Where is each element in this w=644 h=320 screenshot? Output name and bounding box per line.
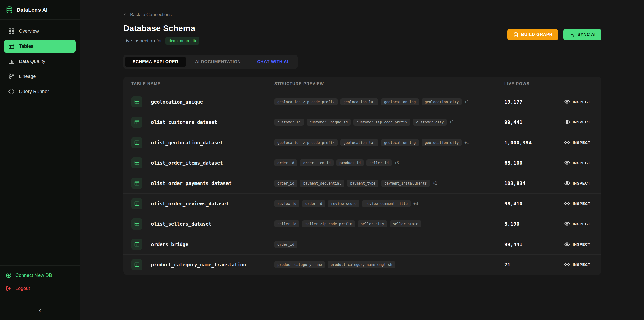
- build-graph-label: BUILD GRAPH: [521, 32, 553, 37]
- table-name: olist_geolocation_dataset: [144, 140, 274, 145]
- column-tag: seller_id: [366, 159, 392, 166]
- eye-icon: [564, 119, 570, 125]
- schema-table-card: TABLE NAME STRUCTURE PREVIEW LIVE ROWS g…: [123, 77, 601, 275]
- table-name: olist_sellers_dataset: [144, 221, 274, 227]
- live-rows-count: 19,177: [504, 99, 552, 105]
- column-tag: review_score: [328, 200, 359, 207]
- eye-icon: [564, 140, 570, 145]
- inspect-label: INSPECT: [573, 100, 590, 104]
- column-tag: customer_zip_code_prefix: [353, 119, 410, 126]
- table-name: olist_order_payments_dataset: [144, 180, 274, 186]
- branch-icon: [8, 73, 15, 80]
- more-columns-indicator: +1: [464, 100, 469, 104]
- table-glyph-icon: [131, 157, 142, 168]
- brand: DataLens AI: [0, 0, 80, 20]
- sync-ai-label: SYNC AI: [577, 32, 596, 37]
- grid-icon: [8, 28, 15, 34]
- live-rows-count: 103,834: [504, 180, 552, 186]
- live-rows-count: 71: [504, 262, 552, 268]
- inspect-label: INSPECT: [573, 201, 590, 206]
- plus-circle-icon: [6, 272, 12, 278]
- column-tag: geolocation_city: [422, 98, 462, 105]
- column-tag: seller_city: [358, 220, 387, 227]
- inspect-button[interactable]: INSPECT: [564, 99, 590, 105]
- sidebar-nav: Overview Tables Data Quality Lineage Que…: [0, 20, 80, 98]
- sidebar-collapse-button[interactable]: ‹: [39, 307, 41, 314]
- live-rows-count: 63,100: [504, 160, 552, 166]
- more-columns-indicator: +1: [433, 181, 437, 186]
- tab-schema-explorer[interactable]: SCHEMA EXPLORER: [125, 57, 186, 67]
- table-row: product_category_name_translation produc…: [123, 254, 601, 275]
- build-graph-button[interactable]: BUILD GRAPH: [507, 29, 558, 40]
- inspect-label: INSPECT: [573, 262, 590, 267]
- sidebar: DataLens AI Overview Tables Data Quality…: [0, 0, 80, 320]
- inspect-button[interactable]: INSPECT: [564, 221, 590, 227]
- tab-bar: SCHEMA EXPLORER AI DOCUMENTATION CHAT WI…: [123, 55, 298, 69]
- sidebar-item-lineage[interactable]: Lineage: [4, 70, 76, 83]
- column-tag: geolocation_lng: [381, 98, 419, 105]
- header-actions: BUILD GRAPH SYNC AI: [507, 29, 601, 40]
- structure-preview: order_id: [274, 241, 504, 248]
- connect-new-db-button[interactable]: Connect New DB: [6, 272, 74, 278]
- code-icon: [8, 88, 15, 95]
- main-content: Back to Connections Database Schema Live…: [80, 0, 644, 320]
- inspect-button[interactable]: INSPECT: [564, 241, 590, 247]
- inspect-label: INSPECT: [573, 140, 590, 145]
- tab-chat-with-ai[interactable]: CHAT WITH AI: [250, 57, 296, 67]
- table-glyph-icon: [131, 137, 142, 148]
- inspect-button[interactable]: INSPECT: [564, 180, 590, 186]
- logout-label: Logout: [15, 286, 30, 291]
- more-columns-indicator: +1: [464, 140, 469, 145]
- inspect-button[interactable]: INSPECT: [564, 119, 590, 125]
- connect-new-db-label: Connect New DB: [15, 272, 52, 278]
- column-tag: geolocation_lat: [340, 139, 378, 146]
- table-glyph-icon: [131, 178, 142, 189]
- structure-preview: order_idorder_item_idproduct_idseller_id…: [274, 159, 504, 166]
- sidebar-item-data-quality[interactable]: Data Quality: [4, 55, 76, 68]
- table-name: geolocation_unique: [144, 99, 274, 105]
- table-name: orders_bridge: [144, 242, 274, 247]
- structure-preview: customer_idcustomer_unique_idcustomer_zi…: [274, 119, 504, 126]
- table-name: product_category_name_translation: [144, 262, 274, 267]
- column-tag: geolocation_zip_code_prefix: [274, 139, 338, 146]
- bar-chart-icon: [8, 58, 15, 65]
- column-tag: seller_id: [274, 220, 299, 227]
- back-link-label: Back to Connections: [130, 12, 172, 17]
- subtitle-text: Live inspection for: [123, 38, 162, 44]
- column-tag: order_id: [302, 200, 325, 207]
- more-columns-indicator: +3: [413, 201, 418, 206]
- inspect-label: INSPECT: [573, 222, 590, 226]
- column-header-table-name: TABLE NAME: [131, 82, 274, 86]
- column-tag: order_id: [274, 241, 297, 248]
- column-tag: order_id: [274, 159, 297, 166]
- table-name: olist_customers_dataset: [144, 119, 274, 125]
- logout-button[interactable]: Logout: [6, 285, 74, 291]
- back-to-connections-link[interactable]: Back to Connections: [123, 12, 172, 17]
- column-tag: product_id: [336, 159, 364, 166]
- inspect-button[interactable]: INSPECT: [564, 140, 590, 145]
- table-row: olist_order_reviews_dataset review_idord…: [123, 193, 601, 214]
- sidebar-item-overview[interactable]: Overview: [4, 25, 76, 38]
- column-tag: product_category_name: [274, 261, 325, 268]
- table-row: geolocation_unique geolocation_zip_code_…: [123, 92, 601, 112]
- eye-icon: [564, 201, 570, 206]
- inspect-label: INSPECT: [573, 181, 590, 185]
- arrow-left-icon: [123, 13, 128, 17]
- tab-ai-documentation[interactable]: AI DOCUMENTATION: [187, 57, 248, 67]
- column-tag: geolocation_lat: [340, 98, 378, 105]
- table-glyph-icon: [131, 218, 142, 230]
- sidebar-item-query-runner[interactable]: Query Runner: [4, 85, 76, 98]
- column-tag: payment_type: [347, 180, 378, 187]
- inspect-button[interactable]: INSPECT: [564, 160, 590, 166]
- column-tag: order_item_id: [300, 159, 334, 166]
- structure-preview: geolocation_zip_code_prefixgeolocation_l…: [274, 98, 504, 105]
- more-columns-indicator: +3: [394, 161, 399, 165]
- inspect-button[interactable]: INSPECT: [564, 201, 590, 206]
- sidebar-item-tables[interactable]: Tables: [4, 40, 76, 53]
- table-name: olist_order_items_dataset: [144, 160, 274, 166]
- eye-icon: [564, 180, 570, 186]
- inspect-button[interactable]: INSPECT: [564, 262, 590, 267]
- structure-preview: review_idorder_idreview_scorereview_comm…: [274, 200, 504, 207]
- column-tag: payment_sequential: [300, 180, 344, 187]
- sync-ai-button[interactable]: SYNC AI: [563, 29, 601, 40]
